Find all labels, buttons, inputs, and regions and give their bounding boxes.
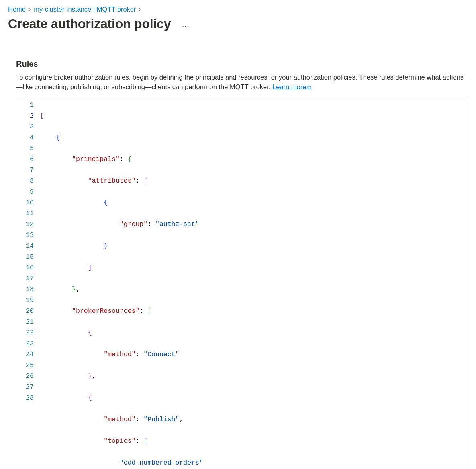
page-title: Create authorization policy xyxy=(8,16,171,31)
chevron-right-icon: > xyxy=(28,6,31,13)
breadcrumb-cluster[interactable]: my-cluster-instance | MQTT broker xyxy=(34,6,136,13)
chevron-right-icon: > xyxy=(139,6,142,13)
learn-more-label: Learn more xyxy=(272,83,306,90)
code-editor[interactable]: 1234567891011121314151617181920212223242… xyxy=(16,98,468,469)
external-link-icon: ⧉ xyxy=(307,84,311,90)
section-description: To configure broker authorization rules,… xyxy=(16,73,468,92)
breadcrumb: Home > my-cluster-instance | MQTT broker… xyxy=(8,6,468,13)
section-heading-rules: Rules xyxy=(16,59,468,69)
more-icon[interactable]: ··· xyxy=(182,22,189,29)
editor-gutter: 1234567891011121314151617181920212223242… xyxy=(16,100,39,469)
editor-code[interactable]: [ { "principals": { "attributes": [ { "g… xyxy=(39,100,468,469)
breadcrumb-home[interactable]: Home xyxy=(8,6,26,13)
learn-more-link[interactable]: Learn more⧉ xyxy=(272,83,311,90)
section-description-text: To configure broker authorization rules,… xyxy=(16,73,464,90)
